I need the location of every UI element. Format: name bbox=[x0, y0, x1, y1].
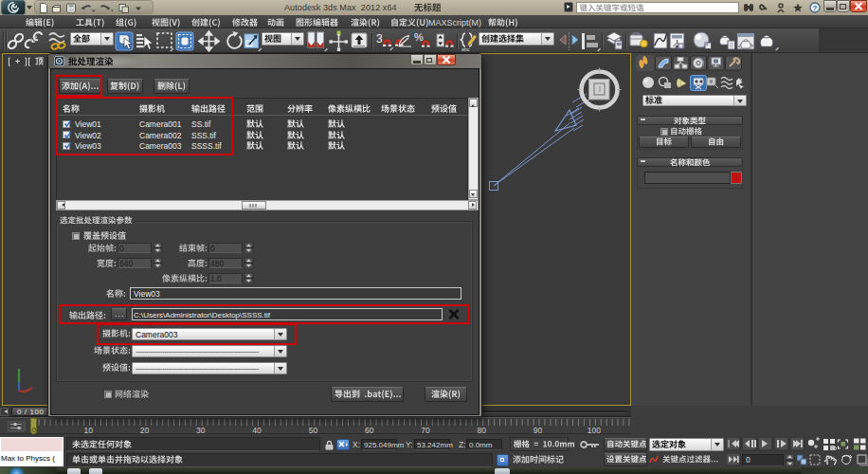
svg-text:50: 50 bbox=[309, 426, 318, 435]
svg-text:10: 10 bbox=[83, 426, 93, 435]
svg-text:3: 3 bbox=[376, 32, 383, 46]
svg-text:100: 100 bbox=[588, 426, 601, 435]
svg-text:40: 40 bbox=[252, 426, 262, 435]
svg-text:20: 20 bbox=[140, 426, 150, 435]
svg-text:80: 80 bbox=[478, 426, 487, 435]
svg-text:30: 30 bbox=[196, 426, 206, 435]
svg-text:60: 60 bbox=[365, 426, 374, 435]
svg-text:70: 70 bbox=[421, 426, 430, 435]
svg-text:90: 90 bbox=[533, 426, 543, 435]
svg-text:%: % bbox=[414, 31, 424, 43]
svg-text:abc: abc bbox=[461, 46, 470, 52]
svg-text:?: ? bbox=[813, 4, 818, 12]
